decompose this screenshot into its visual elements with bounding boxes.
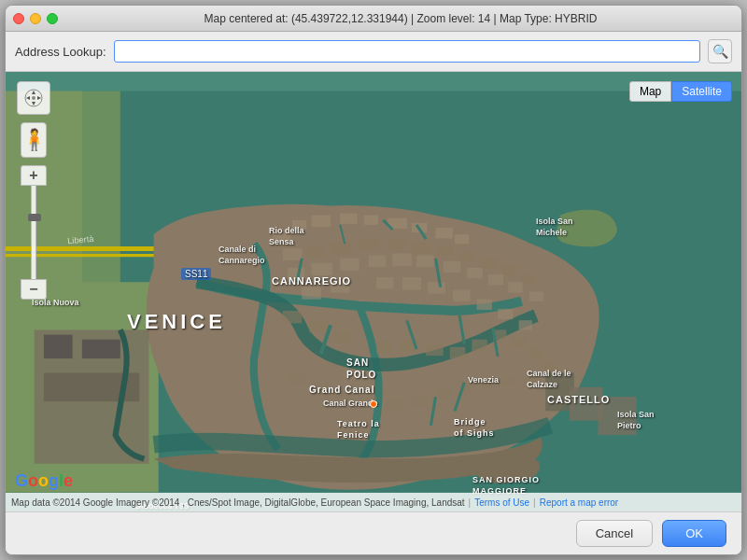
- zoom-in-button[interactable]: +: [21, 165, 47, 186]
- svg-rect-8: [44, 335, 73, 359]
- svg-rect-23: [359, 239, 378, 250]
- svg-marker-80: [32, 91, 35, 94]
- svg-rect-18: [436, 228, 453, 238]
- svg-rect-26: [436, 245, 453, 256]
- zoom-out-button[interactable]: −: [21, 279, 47, 300]
- svg-rect-48: [477, 300, 492, 310]
- svg-rect-41: [529, 292, 543, 301]
- svg-rect-36: [416, 256, 433, 267]
- svg-rect-12: [311, 216, 330, 227]
- svg-marker-81: [32, 102, 35, 105]
- map-background: Libertà VENICE CANNAREGIO SANPOLO CASTEL…: [6, 72, 741, 511]
- svg-rect-56: [426, 344, 443, 356]
- svg-rect-30: [522, 274, 536, 284]
- svg-rect-32: [311, 263, 332, 275]
- svg-rect-28: [482, 259, 499, 269]
- svg-rect-73: [502, 376, 515, 386]
- svg-rect-38: [467, 268, 482, 278]
- svg-rect-15: [274, 230, 290, 241]
- svg-rect-64: [288, 372, 304, 384]
- attribution-text: Map data ©2014 Google Imagery ©2014 , Cn…: [11, 497, 465, 508]
- svg-marker-83: [37, 96, 41, 100]
- report-map-error-link[interactable]: Report a map error: [540, 497, 618, 508]
- terms-of-use-link[interactable]: Terms of Use: [474, 497, 529, 508]
- map-type-map-button[interactable]: Map: [629, 81, 671, 102]
- main-window: Map centered at: (45.439722,12.331944) |…: [5, 5, 742, 555]
- window-title: Map centered at: (45.439722,12.331944) |…: [67, 12, 734, 25]
- pegman-button[interactable]: 🧍: [21, 122, 47, 158]
- svg-rect-39: [488, 274, 503, 285]
- svg-marker-82: [26, 96, 30, 100]
- address-input[interactable]: [114, 40, 700, 63]
- svg-rect-31: [288, 268, 304, 279]
- svg-rect-74: [524, 378, 537, 388]
- google-logo: Google: [15, 471, 73, 491]
- address-bar: Address Lookup: 🔍: [6, 32, 741, 72]
- nav-pad[interactable]: [17, 81, 50, 115]
- footer: Cancel OK: [6, 511, 741, 554]
- svg-rect-27: [459, 252, 473, 262]
- svg-rect-76: [570, 387, 603, 421]
- logo-o3: g: [49, 471, 59, 490]
- title-bar: Map centered at: (45.439722,12.331944) |…: [6, 6, 741, 32]
- svg-rect-57: [450, 347, 465, 358]
- svg-rect-29: [502, 265, 517, 275]
- map-controls: 🧍 + −: [17, 81, 50, 300]
- close-button[interactable]: [13, 13, 24, 24]
- map-container[interactable]: Libertà VENICE CANNAREGIO SANPOLO CASTEL…: [6, 72, 741, 511]
- svg-rect-53: [335, 329, 352, 342]
- svg-rect-44: [376, 277, 393, 288]
- svg-rect-35: [392, 254, 411, 266]
- logo-o2: o: [38, 471, 49, 490]
- ok-button[interactable]: OK: [662, 520, 726, 547]
- svg-point-84: [32, 96, 35, 100]
- svg-rect-66: [335, 392, 352, 403]
- svg-rect-45: [402, 277, 421, 289]
- svg-rect-49: [498, 309, 513, 319]
- attr-sep2: |: [533, 497, 536, 508]
- svg-rect-19: [455, 234, 469, 244]
- svg-rect-69: [412, 395, 427, 406]
- svg-rect-43: [331, 280, 349, 292]
- svg-rect-72: [482, 378, 495, 388]
- logo-g: G: [15, 471, 28, 490]
- svg-rect-65: [311, 383, 328, 394]
- cancel-button[interactable]: Cancel: [576, 520, 653, 547]
- map-attribution: Map data ©2014 Google Imagery ©2014 , Cn…: [6, 493, 741, 511]
- svg-rect-33: [340, 259, 359, 271]
- attr-sep1: |: [469, 497, 472, 508]
- svg-rect-50: [519, 320, 532, 329]
- svg-rect-9: [82, 340, 120, 358]
- svg-rect-60: [512, 338, 525, 348]
- svg-rect-52: [309, 320, 328, 332]
- minimize-button[interactable]: [30, 13, 41, 24]
- maximize-button[interactable]: [47, 13, 58, 24]
- svg-rect-58: [472, 340, 486, 351]
- map-type-controls: Map Satellite: [629, 81, 732, 102]
- zoom-controls: + −: [21, 165, 47, 300]
- zoom-slider[interactable]: [31, 186, 36, 279]
- traffic-lights: [13, 13, 58, 24]
- svg-rect-46: [428, 282, 444, 293]
- logo-o1: o: [28, 471, 38, 490]
- svg-rect-51: [283, 311, 302, 323]
- svg-rect-61: [529, 349, 543, 359]
- svg-rect-14: [364, 216, 378, 225]
- map-type-satellite-button[interactable]: Satellite: [671, 81, 732, 102]
- svg-rect-22: [331, 242, 352, 254]
- svg-rect-34: [369, 256, 386, 267]
- svg-rect-77: [598, 397, 636, 435]
- svg-rect-67: [359, 397, 376, 408]
- logo-e: e: [63, 471, 73, 490]
- svg-rect-47: [453, 289, 470, 301]
- svg-rect-54: [376, 342, 393, 354]
- nav-icon: [24, 89, 43, 107]
- svg-rect-11: [292, 220, 306, 230]
- svg-rect-70: [436, 387, 451, 399]
- map-svg: Libertà: [6, 72, 741, 511]
- search-icon: 🔍: [712, 44, 728, 59]
- search-button[interactable]: 🔍: [708, 39, 732, 63]
- zoom-thumb: [28, 214, 41, 221]
- svg-rect-37: [444, 261, 460, 273]
- svg-rect-21: [306, 245, 323, 257]
